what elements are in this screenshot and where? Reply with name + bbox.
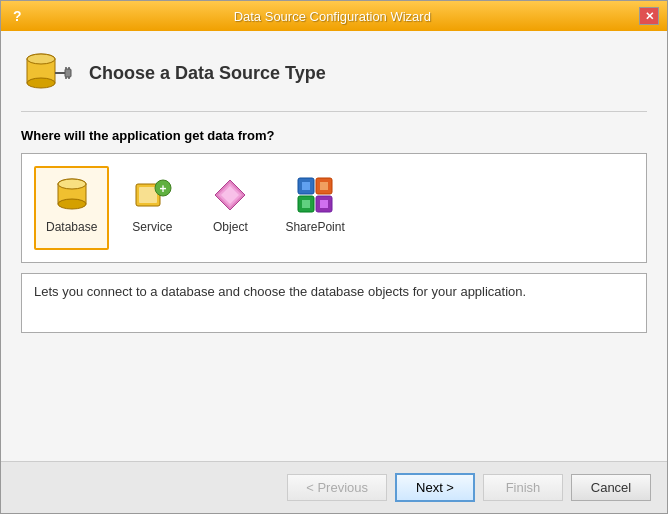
datasource-grid: Database + Service	[21, 153, 647, 263]
svg-rect-26	[302, 200, 310, 208]
datasource-item-object[interactable]: Object	[195, 166, 265, 250]
previous-button[interactable]: < Previous	[287, 474, 387, 501]
svg-rect-24	[320, 182, 328, 190]
svg-point-3	[27, 54, 55, 64]
description-box: Lets you connect to a database and choos…	[21, 273, 647, 333]
datasource-item-sharepoint[interactable]: SharePoint	[273, 166, 356, 250]
datasource-label-database: Database	[46, 220, 97, 234]
svg-rect-28	[320, 200, 328, 208]
window-title: Data Source Configuration Wizard	[26, 9, 639, 24]
svg-point-13	[58, 179, 86, 189]
description-text: Lets you connect to a database and choos…	[34, 284, 526, 299]
service-icon: +	[131, 174, 173, 216]
window-controls: ✕	[639, 7, 659, 25]
datasource-label-sharepoint: SharePoint	[285, 220, 344, 234]
datasource-item-service[interactable]: + Service	[117, 166, 187, 250]
svg-point-12	[58, 199, 86, 209]
wizard-icon	[21, 47, 73, 99]
object-icon	[209, 174, 251, 216]
wizard-title: Choose a Data Source Type	[89, 63, 326, 84]
close-button[interactable]: ✕	[639, 7, 659, 25]
database-icon	[51, 174, 93, 216]
finish-button[interactable]: Finish	[483, 474, 563, 501]
footer: < Previous Next > Finish Cancel	[1, 461, 667, 513]
svg-rect-15	[139, 187, 157, 203]
svg-rect-5	[65, 69, 71, 77]
header-section: Choose a Data Source Type	[21, 47, 647, 112]
question-label: Where will the application get data from…	[21, 128, 647, 143]
datasource-label-service: Service	[132, 220, 172, 234]
svg-text:+: +	[160, 182, 167, 196]
next-button[interactable]: Next >	[395, 473, 475, 502]
content-area: Choose a Data Source Type Where will the…	[1, 31, 667, 461]
svg-rect-22	[302, 182, 310, 190]
help-button[interactable]: ?	[9, 8, 26, 24]
wizard-window: ? Data Source Configuration Wizard ✕	[0, 0, 668, 514]
datasource-item-database[interactable]: Database	[34, 166, 109, 250]
cancel-button[interactable]: Cancel	[571, 474, 651, 501]
sharepoint-icon	[294, 174, 336, 216]
datasource-label-object: Object	[213, 220, 248, 234]
title-bar: ? Data Source Configuration Wizard ✕	[1, 1, 667, 31]
svg-point-2	[27, 78, 55, 88]
